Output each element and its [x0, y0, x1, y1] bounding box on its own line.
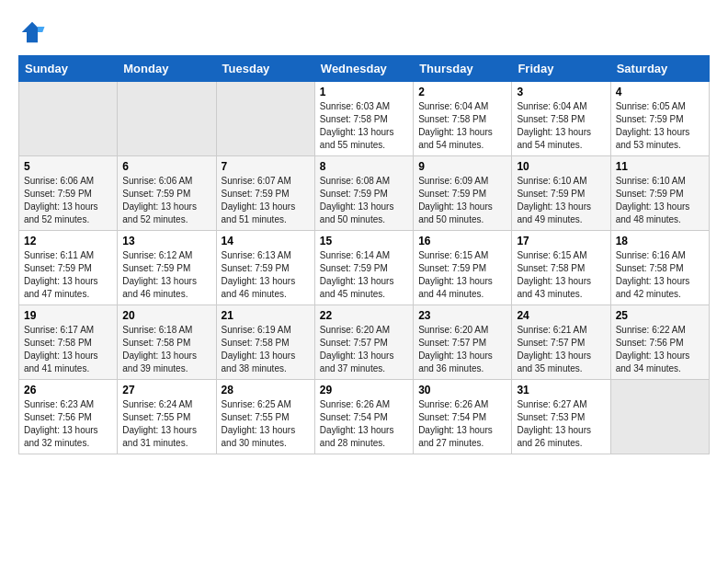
day-number: 30 — [418, 384, 506, 396]
day-info: Sunrise: 6:27 AM Sunset: 7:53 PM Dayligh… — [517, 398, 605, 450]
calendar-cell: 29Sunrise: 6:26 AM Sunset: 7:54 PM Dayli… — [314, 380, 413, 454]
day-info: Sunrise: 6:15 AM Sunset: 7:58 PM Dayligh… — [517, 249, 605, 301]
svg-marker-1 — [38, 27, 45, 32]
day-info: Sunrise: 6:24 AM Sunset: 7:55 PM Dayligh… — [122, 398, 210, 450]
day-number: 18 — [616, 235, 704, 247]
calendar-cell: 5Sunrise: 6:06 AM Sunset: 7:59 PM Daylig… — [19, 156, 118, 231]
day-number: 24 — [517, 309, 605, 322]
calendar-cell — [610, 380, 709, 454]
calendar-cell: 13Sunrise: 6:12 AM Sunset: 7:59 PM Dayli… — [118, 231, 216, 305]
calendar-cell: 11Sunrise: 6:10 AM Sunset: 7:59 PM Dayli… — [610, 156, 709, 231]
weekday-header-saturday: Saturday — [610, 56, 709, 82]
calendar-cell: 20Sunrise: 6:18 AM Sunset: 7:58 PM Dayli… — [118, 305, 216, 380]
day-info: Sunrise: 6:04 AM Sunset: 7:58 PM Dayligh… — [517, 100, 605, 152]
calendar-cell: 27Sunrise: 6:24 AM Sunset: 7:55 PM Dayli… — [118, 380, 216, 454]
calendar-cell: 18Sunrise: 6:16 AM Sunset: 7:58 PM Dayli… — [610, 231, 709, 305]
calendar-cell: 10Sunrise: 6:10 AM Sunset: 7:59 PM Dayli… — [512, 156, 610, 231]
day-info: Sunrise: 6:06 AM Sunset: 7:59 PM Dayligh… — [122, 175, 210, 226]
day-number: 17 — [517, 235, 605, 247]
day-number: 21 — [222, 309, 310, 322]
day-number: 20 — [122, 309, 210, 322]
day-number: 28 — [222, 384, 310, 396]
day-info: Sunrise: 6:22 AM Sunset: 7:56 PM Dayligh… — [616, 324, 704, 375]
day-info: Sunrise: 6:10 AM Sunset: 7:59 PM Dayligh… — [616, 175, 704, 226]
day-number: 22 — [320, 309, 408, 322]
day-info: Sunrise: 6:07 AM Sunset: 7:59 PM Dayligh… — [222, 175, 310, 226]
day-number: 14 — [222, 235, 310, 247]
day-number: 11 — [616, 160, 704, 173]
calendar-cell: 28Sunrise: 6:25 AM Sunset: 7:55 PM Dayli… — [216, 380, 314, 454]
calendar-cell: 2Sunrise: 6:04 AM Sunset: 7:58 PM Daylig… — [414, 82, 512, 156]
day-number: 6 — [122, 160, 210, 173]
day-info: Sunrise: 6:16 AM Sunset: 7:58 PM Dayligh… — [616, 249, 704, 301]
calendar-cell: 15Sunrise: 6:14 AM Sunset: 7:59 PM Dayli… — [314, 231, 413, 305]
calendar-cell: 17Sunrise: 6:15 AM Sunset: 7:58 PM Dayli… — [512, 231, 610, 305]
day-info: Sunrise: 6:26 AM Sunset: 7:54 PM Dayligh… — [418, 398, 506, 450]
calendar-cell: 24Sunrise: 6:21 AM Sunset: 7:57 PM Dayli… — [512, 305, 610, 380]
day-info: Sunrise: 6:13 AM Sunset: 7:59 PM Dayligh… — [222, 249, 310, 301]
weekday-header-thursday: Thursday — [414, 56, 512, 82]
week-row-4: 19Sunrise: 6:17 AM Sunset: 7:58 PM Dayli… — [19, 305, 710, 380]
calendar-cell: 26Sunrise: 6:23 AM Sunset: 7:56 PM Dayli… — [19, 380, 118, 454]
day-info: Sunrise: 6:06 AM Sunset: 7:59 PM Dayligh… — [24, 175, 112, 226]
day-info: Sunrise: 6:20 AM Sunset: 7:57 PM Dayligh… — [320, 324, 408, 375]
day-info: Sunrise: 6:18 AM Sunset: 7:58 PM Dayligh… — [122, 324, 210, 375]
calendar-cell: 4Sunrise: 6:05 AM Sunset: 7:59 PM Daylig… — [610, 82, 709, 156]
day-number: 27 — [122, 384, 210, 396]
weekday-header-wednesday: Wednesday — [314, 56, 413, 82]
day-number: 7 — [222, 160, 310, 173]
weekday-header-tuesday: Tuesday — [216, 56, 314, 82]
week-row-2: 5Sunrise: 6:06 AM Sunset: 7:59 PM Daylig… — [19, 156, 710, 231]
day-info: Sunrise: 6:25 AM Sunset: 7:55 PM Dayligh… — [222, 398, 310, 450]
day-number: 1 — [320, 86, 408, 98]
day-info: Sunrise: 6:08 AM Sunset: 7:59 PM Dayligh… — [320, 175, 408, 226]
day-info: Sunrise: 6:15 AM Sunset: 7:59 PM Dayligh… — [418, 249, 506, 301]
day-info: Sunrise: 6:10 AM Sunset: 7:59 PM Dayligh… — [517, 175, 605, 226]
weekday-header-sunday: Sunday — [19, 56, 118, 82]
page-header — [18, 18, 710, 46]
calendar-cell: 14Sunrise: 6:13 AM Sunset: 7:59 PM Dayli… — [216, 231, 314, 305]
logo — [18, 18, 50, 46]
calendar-cell — [118, 82, 216, 156]
day-info: Sunrise: 6:03 AM Sunset: 7:58 PM Dayligh… — [320, 100, 408, 152]
calendar-cell: 8Sunrise: 6:08 AM Sunset: 7:59 PM Daylig… — [314, 156, 413, 231]
day-number: 4 — [616, 86, 704, 98]
day-number: 13 — [122, 235, 210, 247]
calendar-cell: 21Sunrise: 6:19 AM Sunset: 7:58 PM Dayli… — [216, 305, 314, 380]
day-info: Sunrise: 6:21 AM Sunset: 7:57 PM Dayligh… — [517, 324, 605, 375]
calendar-cell: 7Sunrise: 6:07 AM Sunset: 7:59 PM Daylig… — [216, 156, 314, 231]
day-number: 12 — [24, 235, 112, 247]
day-number: 29 — [320, 384, 408, 396]
day-number: 31 — [517, 384, 605, 396]
week-row-5: 26Sunrise: 6:23 AM Sunset: 7:56 PM Dayli… — [19, 380, 710, 454]
calendar-cell: 25Sunrise: 6:22 AM Sunset: 7:56 PM Dayli… — [610, 305, 709, 380]
logo-icon — [18, 18, 46, 46]
day-info: Sunrise: 6:09 AM Sunset: 7:59 PM Dayligh… — [418, 175, 506, 226]
calendar-cell — [19, 82, 118, 156]
day-info: Sunrise: 6:12 AM Sunset: 7:59 PM Dayligh… — [122, 249, 210, 301]
day-number: 8 — [320, 160, 408, 173]
weekday-header-monday: Monday — [118, 56, 216, 82]
day-number: 26 — [24, 384, 112, 396]
day-number: 9 — [418, 160, 506, 173]
day-number: 15 — [320, 235, 408, 247]
day-number: 10 — [517, 160, 605, 173]
day-info: Sunrise: 6:17 AM Sunset: 7:58 PM Dayligh… — [24, 324, 112, 375]
day-number: 23 — [418, 309, 506, 322]
day-number: 19 — [24, 309, 112, 322]
day-info: Sunrise: 6:23 AM Sunset: 7:56 PM Dayligh… — [24, 398, 112, 450]
day-info: Sunrise: 6:11 AM Sunset: 7:59 PM Dayligh… — [24, 249, 112, 301]
weekday-header-friday: Friday — [512, 56, 610, 82]
calendar-cell: 12Sunrise: 6:11 AM Sunset: 7:59 PM Dayli… — [19, 231, 118, 305]
calendar-cell: 1Sunrise: 6:03 AM Sunset: 7:58 PM Daylig… — [314, 82, 413, 156]
calendar-table: SundayMondayTuesdayWednesdayThursdayFrid… — [18, 55, 710, 454]
day-info: Sunrise: 6:19 AM Sunset: 7:58 PM Dayligh… — [222, 324, 310, 375]
week-row-3: 12Sunrise: 6:11 AM Sunset: 7:59 PM Dayli… — [19, 231, 710, 305]
calendar-cell — [216, 82, 314, 156]
day-number: 25 — [616, 309, 704, 322]
day-info: Sunrise: 6:26 AM Sunset: 7:54 PM Dayligh… — [320, 398, 408, 450]
calendar-cell: 23Sunrise: 6:20 AM Sunset: 7:57 PM Dayli… — [414, 305, 512, 380]
day-number: 3 — [517, 86, 605, 98]
calendar-cell: 30Sunrise: 6:26 AM Sunset: 7:54 PM Dayli… — [414, 380, 512, 454]
calendar-cell: 16Sunrise: 6:15 AM Sunset: 7:59 PM Dayli… — [414, 231, 512, 305]
